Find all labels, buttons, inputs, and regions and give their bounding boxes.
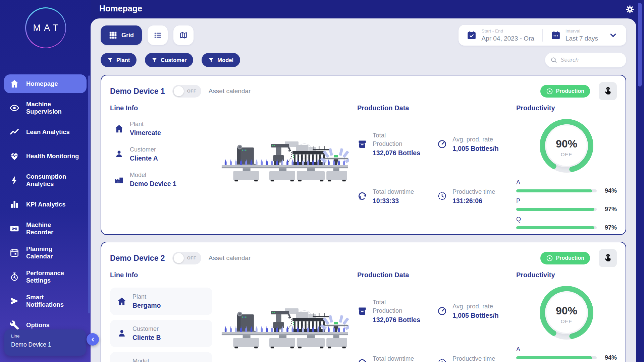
- total-production-stat: Total Production132,076 Bottles: [357, 131, 428, 157]
- search-icon: [550, 57, 557, 63]
- avg-prod-rate-stat: Avg. prod. rate1,005 Bottles/h: [437, 131, 508, 157]
- availability-bar: A 94%: [516, 346, 617, 361]
- filter-model-button[interactable]: Model: [202, 53, 240, 67]
- oee-label: OEE: [561, 152, 573, 157]
- device-card-body: Line Info PlantBergamo CustomerCliente B: [101, 270, 626, 362]
- filter-plant-label: Plant: [116, 57, 130, 63]
- brand-logo: MAT: [25, 7, 66, 48]
- view-map-button[interactable]: [173, 25, 194, 45]
- tap-hand-icon: [603, 86, 612, 96]
- sidebar-item-machine-supervision[interactable]: Machine Supervision: [4, 99, 87, 117]
- person-icon: [117, 328, 127, 339]
- productive-time-stat: Productive time131:26:06: [437, 355, 508, 362]
- clock-rotate-icon: [357, 358, 367, 362]
- productivity-section: Productivity 90% OEE A 94%: [516, 271, 617, 362]
- machine-illustration: [220, 299, 349, 358]
- interval-select[interactable]: Interval Last 7 days: [543, 28, 626, 42]
- gear-icon[interactable]: [625, 5, 635, 14]
- asset-calendar-label[interactable]: Asset calendar: [209, 254, 251, 262]
- production-data-section: Production Data Total Production132,076 …: [357, 271, 508, 362]
- view-grid-button[interactable]: Grid: [101, 25, 142, 45]
- total-production-stat: Total Production132,076 Bottles: [357, 298, 428, 324]
- sidebar-item-label: Machine Supervision: [26, 101, 79, 115]
- machine-illustration-wrap: [220, 104, 349, 234]
- sidebar-item-label: Health Monitoring: [26, 153, 79, 160]
- home-icon: [117, 296, 127, 306]
- production-status-badge[interactable]: Production: [540, 85, 590, 98]
- sidebar: MAT Homepage Machine Supervision Lean An…: [0, 0, 91, 362]
- tap-action-button[interactable]: [599, 82, 617, 100]
- line-tooltip-value: Demo Device 1: [11, 341, 79, 348]
- view-list-button[interactable]: [148, 25, 168, 45]
- sidebar-item-homepage[interactable]: Homepage: [4, 74, 87, 93]
- asset-calendar-label[interactable]: Asset calendar: [209, 87, 251, 95]
- device-card-1[interactable]: Demo Device 1 OFF Asset calendar Product…: [101, 75, 626, 235]
- trend-line-icon: [9, 127, 19, 137]
- line-info-section: Line Info PlantBergamo CustomerCliente B: [110, 271, 212, 362]
- speedometer-icon: [437, 139, 447, 149]
- sidebar-item-kpi-analytics[interactable]: KPI Analytics: [4, 195, 87, 214]
- tap-action-button[interactable]: [599, 249, 617, 267]
- search-input[interactable]: [560, 57, 621, 63]
- productive-time-stat: Productive time131:26:06: [437, 188, 508, 205]
- date-range-picker[interactable]: Start - End Apr 04, 2023 - Ora: [459, 28, 542, 42]
- production-status-label: Production: [556, 255, 584, 261]
- sidebar-item-performance-settings[interactable]: Performance Settings: [4, 267, 87, 286]
- sidebar-item-lean-analytics[interactable]: Lean Analytics: [4, 123, 87, 141]
- speedometer-icon: [437, 306, 447, 316]
- sidebar-scrollbar[interactable]: [88, 75, 90, 313]
- production-status-badge[interactable]: Production: [540, 252, 590, 264]
- filter-customer-label: Customer: [161, 57, 186, 63]
- filter-model-label: Model: [217, 57, 233, 63]
- sidebar-item-machine-recorder[interactable]: Machine Recorder: [4, 219, 87, 238]
- toggle-knob: [174, 253, 184, 263]
- chevron-left-icon: [90, 336, 96, 343]
- sidebar-item-consumption-analytics[interactable]: Consumption Analytics: [4, 171, 87, 190]
- brand-logo-text: MAT: [30, 23, 62, 33]
- productivity-title: Productivity: [516, 271, 617, 279]
- send-icon: [9, 296, 19, 306]
- clock-rotate-icon: [357, 191, 367, 201]
- line-info-row-plant: PlantVimercate: [110, 121, 212, 137]
- calendar-interval-icon: [551, 30, 561, 40]
- device-title: Demo Device 1: [110, 87, 165, 96]
- sidebar-item-label: Homepage: [26, 80, 58, 87]
- page-scrollbar[interactable]: [638, 3, 642, 86]
- line-info-row-model: ModelDemo Device 1: [110, 172, 212, 188]
- toggle-knob: [174, 86, 184, 96]
- oee-value: 90%: [556, 305, 577, 317]
- tap-hand-icon: [603, 253, 612, 263]
- sidebar-item-smart-notifications[interactable]: Smart Notifications: [4, 292, 87, 310]
- filter-group: Plant Customer Model: [101, 53, 240, 67]
- asset-calendar-toggle[interactable]: OFF: [172, 85, 201, 98]
- line-info-section: Line Info PlantVimercate CustomerCliente…: [110, 104, 212, 234]
- asset-calendar-toggle[interactable]: OFF: [172, 252, 201, 264]
- box-icon: [357, 306, 367, 316]
- sidebar-item-planning-calendar[interactable]: Planning Calendar: [4, 243, 87, 262]
- funnel-icon: [107, 57, 113, 63]
- page-title: Homepage: [99, 4, 142, 13]
- eye-icon: [9, 103, 19, 113]
- wrench-icon: [9, 320, 19, 330]
- sidebar-item-label: KPI Analytics: [26, 201, 66, 208]
- device-card-header: Demo Device 2 OFF Asset calendar Product…: [101, 242, 626, 270]
- clock-dashed-icon: [437, 191, 447, 201]
- line-info-title: Line Info: [110, 271, 212, 279]
- production-data-title: Production Data: [357, 104, 508, 112]
- filter-customer-button[interactable]: Customer: [145, 53, 193, 67]
- line-tooltip-label: Line: [11, 334, 79, 339]
- line-info-title: Line Info: [110, 104, 212, 112]
- filter-plant-button[interactable]: Plant: [101, 53, 137, 67]
- app-screen: MAT Homepage Machine Supervision Lean An…: [0, 0, 644, 362]
- home-icon: [114, 124, 124, 134]
- device-card-2[interactable]: Demo Device 2 OFF Asset calendar Product…: [101, 242, 626, 362]
- total-downtime-stat: Total downtime10:33:33: [357, 355, 428, 362]
- factory-icon: [117, 361, 127, 362]
- line-info-row-plant: PlantBergamo: [110, 288, 212, 315]
- productivity-section: Productivity 90% OEE A 94%: [516, 104, 617, 234]
- production-data-title: Production Data: [357, 271, 508, 279]
- line-info-row-customer: CustomerCliente B: [110, 320, 212, 347]
- sidebar-item-label: Machine Recorder: [26, 221, 79, 236]
- sidebar-item-health-monitoring[interactable]: Health Monitoring: [4, 147, 87, 166]
- sidebar-collapse-button[interactable]: [87, 333, 99, 346]
